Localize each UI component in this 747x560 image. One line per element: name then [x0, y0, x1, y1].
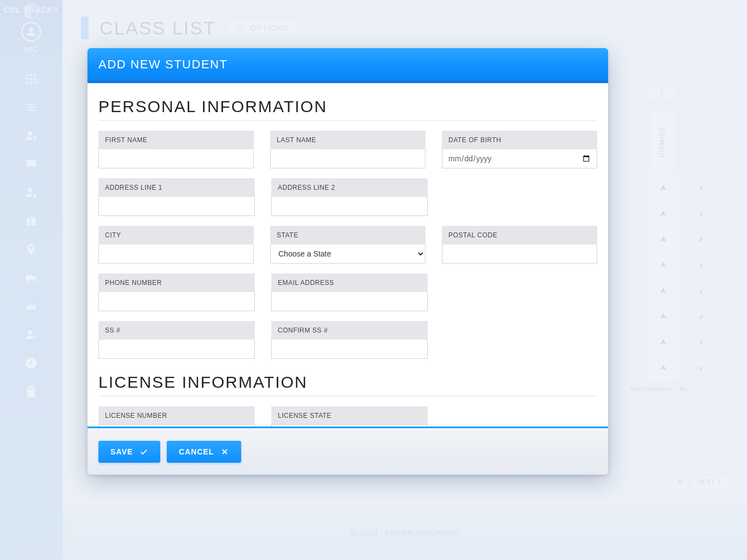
postal-label: POSTAL CODE: [442, 226, 597, 244]
check-icon: [139, 447, 148, 456]
address2-input[interactable]: [271, 197, 428, 216]
cancel-label: CANCEL: [179, 447, 214, 456]
city-input[interactable]: [98, 244, 254, 264]
add-student-modal: ADD NEW STUDENT PERSONAL INFORMATION FIR…: [87, 48, 608, 475]
modal-header: ADD NEW STUDENT: [87, 48, 608, 83]
save-button[interactable]: SAVE: [98, 441, 160, 463]
save-label: SAVE: [110, 447, 133, 456]
last-name-label: LAST NAME: [270, 131, 425, 149]
license-state-label: LICENSE STATE: [271, 406, 428, 425]
section-license-heading: LICENSE INFORMATION: [98, 369, 597, 396]
cancel-button[interactable]: CANCEL: [167, 441, 241, 463]
section-personal-heading: PERSONAL INFORMATION: [98, 93, 597, 121]
dob-input[interactable]: [442, 149, 597, 168]
phone-label: PHONE NUMBER: [98, 273, 255, 292]
modal-footer: SAVE CANCEL: [87, 427, 608, 475]
first-name-field: FIRST NAME: [98, 131, 254, 168]
last-name-field: LAST NAME: [270, 131, 425, 168]
phone-field: PHONE NUMBER: [98, 273, 255, 311]
postal-field: POSTAL CODE: [442, 226, 597, 264]
last-name-input[interactable]: [270, 149, 425, 168]
state-field: STATE Choose a State: [270, 226, 425, 264]
first-name-label: FIRST NAME: [98, 131, 254, 149]
address2-field: ADDRESS LINE 2: [271, 178, 428, 216]
modal-title: ADD NEW STUDENT: [98, 57, 227, 72]
ssn-label: SS #: [98, 321, 255, 340]
city-field: CITY: [98, 226, 254, 264]
city-label: CITY: [98, 226, 254, 244]
address1-label: ADDRESS LINE 1: [98, 178, 255, 197]
license-number-field: LICENSE NUMBER: [98, 406, 255, 427]
email-label: EMAIL ADDRESS: [271, 273, 428, 292]
dob-label: DATE OF BIRTH: [442, 131, 597, 149]
first-name-input[interactable]: [98, 149, 254, 168]
state-select[interactable]: Choose a State: [270, 244, 425, 264]
phone-input[interactable]: [98, 292, 255, 311]
postal-input[interactable]: [442, 244, 597, 264]
ssn-field: SS #: [98, 321, 255, 359]
address1-field: ADDRESS LINE 1: [98, 178, 255, 216]
license-state-field: LICENSE STATE: [271, 406, 428, 427]
state-label: STATE: [270, 226, 425, 244]
email-input[interactable]: [271, 292, 428, 311]
address2-label: ADDRESS LINE 2: [271, 178, 428, 197]
ssn-confirm-input[interactable]: [271, 340, 428, 359]
modal-body[interactable]: PERSONAL INFORMATION FIRST NAME LAST NAM…: [87, 83, 608, 427]
license-number-label: LICENSE NUMBER: [98, 406, 255, 425]
email-field: EMAIL ADDRESS: [271, 273, 428, 311]
address1-input[interactable]: [98, 197, 255, 216]
close-icon: [220, 447, 229, 456]
dob-field: DATE OF BIRTH: [442, 131, 597, 168]
ssn-confirm-field: CONFIRM SS #: [271, 321, 428, 359]
ssn-input[interactable]: [98, 340, 255, 359]
ssn-confirm-label: CONFIRM SS #: [271, 321, 428, 340]
